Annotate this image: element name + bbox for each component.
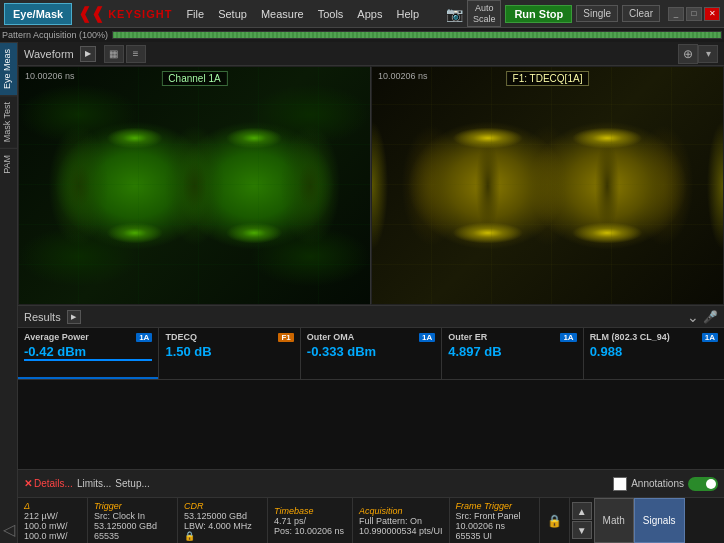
maximize-button[interactable]: □ bbox=[686, 7, 702, 21]
metric-value-outer-oma: -0.333 dBm bbox=[307, 344, 435, 359]
metric-value-outer-er: 4.897 dB bbox=[448, 344, 576, 359]
nav-arrows: ▲ ▼ bbox=[572, 498, 592, 543]
menu-file[interactable]: File bbox=[180, 6, 210, 22]
sidebar-tab-eye-meas[interactable]: Eye Meas bbox=[0, 42, 17, 95]
metric-badge-outer-er: 1A bbox=[560, 333, 576, 342]
status-cdr: CDR 53.125000 GBd LBW: 4.000 MHz 🔒 bbox=[178, 498, 268, 543]
signals-button[interactable]: Signals bbox=[634, 498, 685, 543]
toggle-knob bbox=[706, 479, 716, 489]
cdr-label: CDR bbox=[184, 501, 261, 511]
content-area: Waveform ▶ ▦ ≡ ⊕ ▾ 10.00206 ns Channel 1… bbox=[18, 42, 724, 543]
progress-track bbox=[112, 31, 722, 39]
clear-button[interactable]: Clear bbox=[622, 5, 660, 22]
window-controls: _ □ ✕ bbox=[668, 7, 720, 21]
power-values: Δ 212 µW/ 100.0 mW/ 100.0 mW/ bbox=[24, 501, 81, 541]
eye-diagram-green bbox=[19, 67, 370, 304]
status-trigger: Trigger Src: Clock In 53.125000 GBd 6553… bbox=[88, 498, 178, 543]
results-play-button[interactable]: ▶ bbox=[67, 310, 81, 324]
camera-icon[interactable]: 📷 bbox=[446, 6, 463, 22]
menu-help[interactable]: Help bbox=[390, 6, 425, 22]
metric-badge-outer-oma: 1A bbox=[419, 333, 435, 342]
results-label: Results bbox=[24, 311, 61, 323]
timebase-value2: Pos: 10.00206 ns bbox=[274, 526, 346, 536]
annotations-area: Annotations bbox=[613, 477, 718, 491]
annotations-label: Annotations bbox=[631, 478, 684, 489]
math-button[interactable]: Math bbox=[594, 498, 634, 543]
metric-badge-rlm: 1A bbox=[702, 333, 718, 342]
scope-timestamp-right: 10.00206 ns bbox=[378, 71, 428, 81]
details-button[interactable]: ✕ Details... bbox=[24, 478, 73, 489]
single-button[interactable]: Single bbox=[576, 5, 618, 22]
metric-cell-outer-er[interactable]: Outer ER 1A 4.897 dB bbox=[442, 328, 583, 379]
details-label: Details... bbox=[34, 478, 73, 489]
trigger-code: 65535 bbox=[94, 531, 171, 541]
status-power: Δ 212 µW/ 100.0 mW/ 100.0 mW/ bbox=[18, 498, 88, 543]
power-indicator-icon: Δ bbox=[24, 501, 81, 511]
menu-apps[interactable]: Apps bbox=[351, 6, 388, 22]
status-acquisition: Acquisition Full Pattern: On 10.99000053… bbox=[353, 498, 450, 543]
eye-mask-button[interactable]: Eye/Mask bbox=[4, 3, 72, 25]
results-section: Results ▶ ⌄ 🎤 Average Power 1A -0.42 dBm bbox=[18, 306, 724, 497]
scope-channel-label-left: Channel 1A bbox=[161, 71, 227, 86]
waveform-header: Waveform ▶ ▦ ≡ ⊕ ▾ bbox=[18, 42, 724, 66]
metric-header-tdecq: TDECQ F1 bbox=[165, 332, 293, 342]
metrics-row: Average Power 1A -0.42 dBm TDECQ F1 1.50… bbox=[18, 328, 724, 380]
frame-trigger-src: Src: Front Panel bbox=[456, 511, 533, 521]
left-sidebar: Eye Meas Mask Test PAM ◁ bbox=[0, 42, 18, 543]
metric-cell-avg-power[interactable]: Average Power 1A -0.42 dBm bbox=[18, 328, 159, 379]
status-timebase: Timebase 4.71 ps/ Pos: 10.00206 ns bbox=[268, 498, 353, 543]
results-expand-icon[interactable]: ⌄ bbox=[687, 309, 699, 325]
menu-setup[interactable]: Setup bbox=[212, 6, 253, 22]
nav-down-button[interactable]: ▼ bbox=[572, 521, 592, 539]
close-button[interactable]: ✕ bbox=[704, 7, 720, 21]
frame-trigger-ui: 65535 UI bbox=[456, 531, 533, 541]
status-frame-trigger: Frame Trigger Src: Front Panel 10.00206 … bbox=[450, 498, 540, 543]
run-stop-button[interactable]: Run Stop bbox=[505, 5, 572, 23]
tool-icon-2[interactable]: ≡ bbox=[126, 45, 146, 63]
nav-up-button[interactable]: ▲ bbox=[572, 502, 592, 520]
timebase-label: Timebase bbox=[274, 506, 346, 516]
metric-name-avg-power: Average Power bbox=[24, 332, 89, 342]
acquisition-line1: Full Pattern: On bbox=[359, 516, 443, 526]
corner-crosshair-icon[interactable]: ⊕ bbox=[678, 44, 698, 64]
trigger-src: Src: Clock In bbox=[94, 511, 171, 521]
waveform-label: Waveform bbox=[24, 48, 74, 60]
metric-underline-avg-power bbox=[18, 377, 158, 379]
title-bar: Eye/Mask ❰❰ KEYSIGHT File Setup Measure … bbox=[0, 0, 724, 28]
keysight-brand-name: KEYSIGHT bbox=[108, 8, 172, 20]
metric-cell-outer-oma[interactable]: Outer OMA 1A -0.333 dBm bbox=[301, 328, 442, 379]
auto-scale-button[interactable]: AutoScale bbox=[467, 0, 502, 27]
tool-icon-1[interactable]: ▦ bbox=[104, 45, 124, 63]
menu-measure[interactable]: Measure bbox=[255, 6, 310, 22]
metric-cell-rlm[interactable]: RLM (802.3 CL_94) 1A 0.988 bbox=[584, 328, 724, 379]
sidebar-collapse-icon[interactable]: ◁ bbox=[0, 516, 19, 543]
results-mic-icon[interactable]: 🎤 bbox=[703, 310, 718, 324]
metric-header-outer-er: Outer ER 1A bbox=[448, 332, 576, 342]
sidebar-tab-pam[interactable]: PAM bbox=[0, 148, 17, 180]
setup-button[interactable]: Setup... bbox=[115, 478, 149, 489]
eye-diagram-yellow bbox=[372, 67, 723, 304]
status-bar: Δ 212 µW/ 100.0 mW/ 100.0 mW/ Trigger Sr… bbox=[18, 497, 724, 543]
power-value-1: 212 µW/ bbox=[24, 511, 81, 521]
waveform-play-button[interactable]: ▶ bbox=[80, 46, 96, 62]
metric-header-avg-power: Average Power 1A bbox=[24, 332, 152, 342]
annotations-checkbox[interactable] bbox=[613, 477, 627, 491]
annotations-toggle[interactable] bbox=[688, 477, 718, 491]
scope-timestamp-left: 10.00206 ns bbox=[25, 71, 75, 81]
details-x-icon: ✕ bbox=[24, 478, 32, 489]
minimize-button[interactable]: _ bbox=[668, 7, 684, 21]
lock-icon[interactable]: 🔒 bbox=[547, 514, 561, 528]
progress-bar-area: Pattern Acquisition (100%) bbox=[0, 28, 724, 42]
metrics-empty-area bbox=[18, 380, 724, 469]
progress-fill bbox=[113, 32, 721, 38]
power-value-3: 100.0 mW/ bbox=[24, 531, 81, 541]
metric-header-rlm: RLM (802.3 CL_94) 1A bbox=[590, 332, 718, 342]
limits-button[interactable]: Limits... bbox=[77, 478, 111, 489]
sidebar-tab-mask-test[interactable]: Mask Test bbox=[0, 95, 17, 148]
metric-value-tdecq: 1.50 dB bbox=[165, 344, 293, 359]
scope-display: 10.00206 ns Channel 1A 10.00206 ns F1: T… bbox=[18, 66, 724, 306]
dropdown-icon[interactable]: ▾ bbox=[698, 45, 718, 63]
menu-tools[interactable]: Tools bbox=[312, 6, 350, 22]
metric-cell-tdecq[interactable]: TDECQ F1 1.50 dB bbox=[159, 328, 300, 379]
scope-panel-right: 10.00206 ns F1: TDECQ[1A] bbox=[371, 66, 724, 305]
